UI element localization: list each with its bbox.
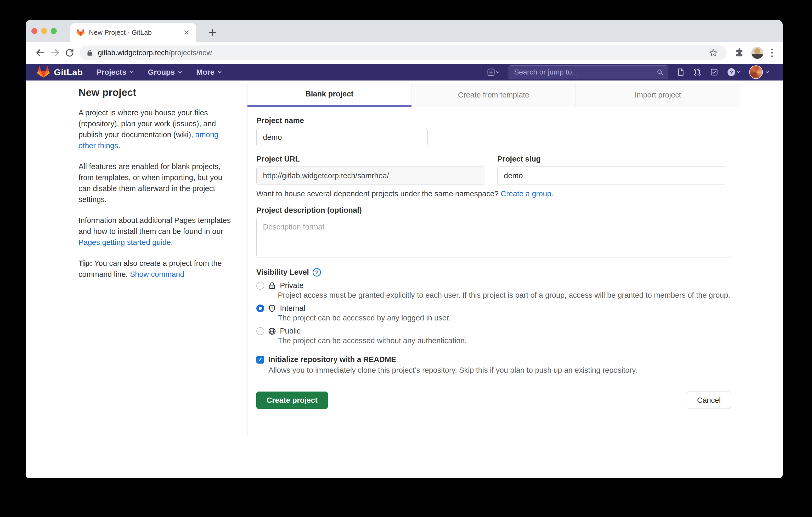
create-project-button[interactable]: Create project	[256, 392, 328, 409]
tab-create-from-template[interactable]: Create from template	[411, 83, 576, 107]
star-icon[interactable]	[709, 48, 718, 57]
chevron-down-icon	[495, 70, 500, 74]
url-text: gitlab.widgetcorp.tech/projects/new	[98, 49, 705, 57]
search-icon	[656, 68, 664, 76]
search-input[interactable]: Search or jump to...	[509, 65, 668, 79]
lock-icon	[268, 281, 276, 290]
extensions-icon[interactable]	[734, 48, 744, 58]
url-path: /projects/new	[169, 49, 212, 57]
minimize-window-button[interactable]	[41, 28, 47, 34]
address-bar[interactable]: gitlab.widgetcorp.tech/projects/new	[80, 45, 727, 60]
todo-check-icon[interactable]	[710, 68, 718, 76]
user-avatar[interactable]	[749, 65, 770, 79]
project-name-label: Project name	[256, 116, 731, 125]
page-content: New project A project is where you house…	[26, 81, 783, 478]
gitlab-logo[interactable]: GitLab	[37, 66, 83, 79]
pages-guide-link[interactable]: Pages getting started guide	[79, 238, 171, 246]
forward-icon[interactable]	[48, 45, 62, 60]
project-name-input[interactable]	[256, 128, 428, 146]
browser-tab[interactable]: New Project · GitLab	[70, 23, 196, 42]
browser-window: New Project · GitLab gitlab.widgetcorp.t…	[26, 20, 783, 478]
gitlab-menu: Projects Groups More	[96, 68, 222, 77]
close-window-button[interactable]	[31, 28, 37, 34]
svg-text:?: ?	[730, 69, 733, 75]
merge-request-icon[interactable]	[693, 68, 702, 76]
project-url-label: Project URL	[256, 155, 485, 163]
readme-label: Initialize repository with a README	[268, 355, 396, 364]
pages-paragraph: Information about additional Pages templ…	[79, 215, 233, 248]
radio-public[interactable]	[256, 327, 264, 335]
show-command-link[interactable]: Show command	[130, 270, 184, 278]
gitlab-tanuki-icon	[37, 66, 50, 79]
project-slug-label: Project slug	[497, 155, 726, 163]
chevron-down-icon	[129, 69, 134, 75]
globe-icon	[268, 327, 276, 335]
create-group-link[interactable]: Create a group.	[501, 189, 554, 198]
shield-icon	[268, 304, 276, 313]
document-icon[interactable]	[676, 68, 685, 76]
browser-toolbar: gitlab.widgetcorp.tech/projects/new	[26, 42, 783, 64]
menu-more[interactable]: More	[196, 68, 222, 77]
tip-paragraph: Tip: You can also create a project from …	[79, 258, 233, 280]
features-paragraph: All features are enabled for blank proje…	[79, 161, 233, 205]
intro-paragraph: A project is where you house your files …	[79, 107, 233, 151]
readme-description: Allows you to immediately clone this pro…	[268, 365, 731, 375]
new-tab-icon[interactable]	[205, 25, 220, 40]
chevron-down-icon	[736, 70, 741, 74]
project-slug-input[interactable]	[497, 166, 726, 185]
menu-projects[interactable]: Projects	[96, 68, 134, 77]
gitlab-favicon	[77, 28, 85, 37]
blank-project-form: Project name Project URL Project slug Wa…	[248, 107, 740, 417]
chevron-down-icon	[217, 69, 222, 75]
close-tab-icon[interactable]	[183, 29, 190, 36]
visibility-option-internal[interactable]: Internal The project can be accessed by …	[256, 304, 731, 323]
project-url-input[interactable]	[256, 166, 485, 185]
namespace-hint: Want to house several dependent projects…	[256, 189, 731, 198]
tab-title: New Project · GitLab	[89, 29, 183, 37]
radio-private[interactable]	[256, 282, 264, 290]
readme-section[interactable]: ✓ Initialize repository with a README Al…	[256, 355, 731, 375]
search-placeholder: Search or jump to...	[514, 68, 656, 76]
page-description-column: New project A project is where you house…	[79, 87, 233, 290]
brand-name: GitLab	[54, 67, 83, 78]
project-type-tabs: Blank project Create from template Impor…	[248, 83, 740, 107]
url-host: gitlab.widgetcorp.tech	[98, 49, 169, 57]
tab-import-project[interactable]: Import project	[576, 83, 740, 107]
plus-box-icon[interactable]	[487, 68, 500, 77]
project-description-textarea[interactable]	[256, 218, 731, 257]
kebab-menu-icon[interactable]	[771, 49, 773, 57]
chevron-down-icon	[177, 69, 182, 75]
readme-checkbox[interactable]: ✓	[256, 356, 264, 364]
zoom-window-button[interactable]	[51, 28, 57, 34]
back-icon[interactable]	[33, 45, 48, 60]
help-icon[interactable]: ?	[727, 67, 741, 77]
lock-icon	[86, 50, 93, 56]
browser-profile-avatar[interactable]	[751, 47, 763, 59]
radio-internal[interactable]	[256, 304, 264, 312]
chevron-down-icon	[765, 70, 770, 74]
project-description-label: Project description (optional)	[256, 206, 731, 215]
tab-blank-project[interactable]: Blank project	[248, 83, 411, 107]
reload-icon[interactable]	[62, 45, 77, 60]
question-icon[interactable]: ?	[313, 268, 321, 277]
gitlab-navbar: GitLab Projects Groups More Search or ju	[26, 64, 783, 81]
page-title: New project	[79, 87, 233, 98]
cancel-button[interactable]: Cancel	[687, 392, 731, 409]
visibility-option-private[interactable]: Private Project access must be granted e…	[256, 281, 731, 300]
visibility-option-public[interactable]: Public The project can be accessed witho…	[256, 327, 731, 346]
browser-tabstrip: New Project · GitLab	[26, 20, 783, 42]
new-project-panel: Blank project Create from template Impor…	[247, 83, 740, 437]
menu-groups[interactable]: Groups	[148, 68, 182, 77]
visibility-level-label: Visibility Level ?	[256, 268, 731, 277]
navbar-right: Search or jump to... ?	[487, 65, 770, 79]
form-actions: Create project Cancel	[256, 392, 731, 409]
avatar	[749, 65, 763, 79]
window-controls	[31, 20, 57, 42]
